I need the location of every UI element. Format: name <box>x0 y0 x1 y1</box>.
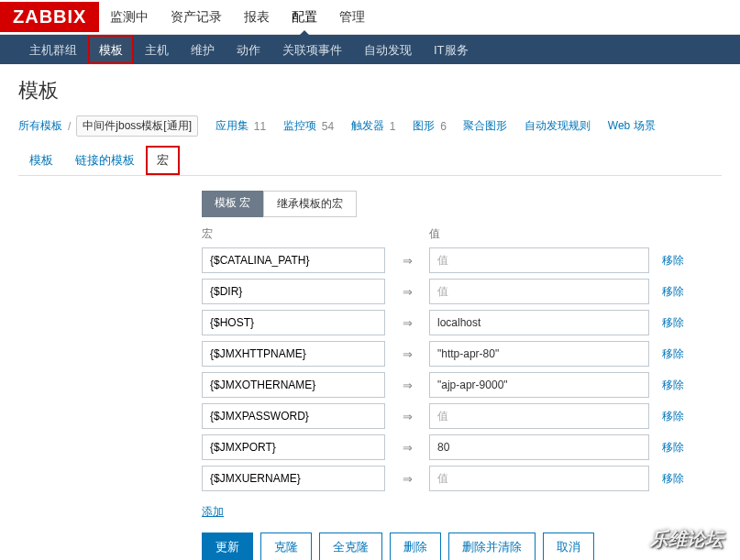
remove-link[interactable]: 移除 <box>662 346 684 362</box>
crumb-all-templates[interactable]: 所有模板 <box>18 118 62 134</box>
cancel-button[interactable]: 取消 <box>543 533 594 560</box>
arrow-icon: ⇒ <box>398 472 416 486</box>
macro-value-input[interactable] <box>429 434 649 460</box>
subnav-hosts[interactable]: 主机 <box>134 35 180 64</box>
crumb-drules[interactable]: 自动发现规则 <box>525 118 591 134</box>
macro-value-input[interactable] <box>429 279 649 304</box>
nav-reports[interactable]: 报表 <box>233 0 281 35</box>
crumb-triggers[interactable]: 触发器 <box>351 118 384 134</box>
nav-monitoring[interactable]: 监测中 <box>99 0 160 35</box>
macro-value-input[interactable] <box>429 247 649 273</box>
subnav-actions[interactable]: 动作 <box>226 35 271 64</box>
nav-inventory[interactable]: 资产记录 <box>160 0 233 35</box>
watermark: 乐维论坛 <box>650 527 723 552</box>
macro-name-input[interactable] <box>202 279 385 304</box>
macro-name-input[interactable] <box>202 372 385 398</box>
breadcrumb: 所有模板 / 中间件jboss模板[通用] 应用集11 监控项54 触发器1 图… <box>18 115 722 137</box>
macro-toggle: 模板 宏 继承模板的宏 <box>202 191 357 217</box>
clone-button[interactable]: 克隆 <box>260 533 312 560</box>
tab-macros[interactable]: 宏 <box>146 146 180 175</box>
arrow-icon: ⇒ <box>398 316 416 330</box>
macro-name-input[interactable] <box>202 466 385 491</box>
top-nav: 监测中 资产记录 报表 配置 管理 <box>99 0 376 35</box>
macro-name-input[interactable] <box>202 247 385 273</box>
page-content: 模板 所有模板 / 中间件jboss模板[通用] 应用集11 监控项54 触发器… <box>0 64 740 560</box>
nav-config[interactable]: 配置 <box>281 0 328 35</box>
subnav-maintenance[interactable]: 维护 <box>180 35 226 64</box>
update-button[interactable]: 更新 <box>202 533 253 560</box>
button-bar: 更新 克隆 全克隆 删除 删除并清除 取消 <box>202 533 722 560</box>
full-clone-button[interactable]: 全克隆 <box>319 533 382 560</box>
tabs: 模板 链接的模板 宏 <box>18 146 722 176</box>
col-macro: 宏 <box>202 226 385 242</box>
crumb-screens[interactable]: 聚合图形 <box>463 118 507 134</box>
subnav-itservices[interactable]: IT服务 <box>423 35 480 64</box>
tab-template[interactable]: 模板 <box>18 146 64 175</box>
macro-value-input[interactable] <box>429 372 649 398</box>
remove-link[interactable]: 移除 <box>662 378 684 393</box>
nav-admin[interactable]: 管理 <box>328 0 376 35</box>
subnav-templates[interactable]: 模板 <box>88 35 134 64</box>
crumb-items[interactable]: 监控项 <box>283 118 316 134</box>
remove-link[interactable]: 移除 <box>662 440 684 456</box>
sub-nav: 主机群组 模板 主机 维护 动作 关联项事件 自动发现 IT服务 <box>0 35 740 64</box>
macro-row: ⇒移除 <box>202 247 722 273</box>
remove-link[interactable]: 移除 <box>662 409 684 424</box>
subnav-hostgroups[interactable]: 主机群组 <box>18 35 88 64</box>
macro-value-input[interactable] <box>429 310 649 335</box>
arrow-icon: ⇒ <box>398 379 416 392</box>
remove-link[interactable]: 移除 <box>662 253 684 269</box>
col-spacer <box>398 226 416 242</box>
add-link[interactable]: 添加 <box>202 504 224 520</box>
page-title: 模板 <box>18 77 722 104</box>
remove-link[interactable]: 移除 <box>662 315 684 331</box>
subnav-correlation[interactable]: 关联项事件 <box>271 35 353 64</box>
macro-name-input[interactable] <box>202 434 385 460</box>
macro-row: ⇒移除 <box>202 310 722 335</box>
arrow-icon: ⇒ <box>398 347 416 361</box>
arrow-icon: ⇒ <box>398 441 416 455</box>
crumb-graphs-count: 6 <box>440 120 447 133</box>
crumb-current: 中间件jboss模板[通用] <box>76 115 198 137</box>
subnav-discovery[interactable]: 自动发现 <box>353 35 423 64</box>
logo: ZABBIX <box>0 2 99 32</box>
macro-row: ⇒移除 <box>202 466 722 491</box>
top-bar: ZABBIX 监测中 资产记录 报表 配置 管理 <box>0 0 740 35</box>
crumb-apps-count: 11 <box>254 120 266 133</box>
macros-form: 模板 宏 继承模板的宏 宏 值 ⇒移除⇒移除⇒移除⇒移除⇒移除⇒移除⇒移除⇒移除… <box>18 191 722 560</box>
crumb-graphs[interactable]: 图形 <box>413 118 435 134</box>
macro-row: ⇒移除 <box>202 403 722 429</box>
delete-button[interactable]: 删除 <box>390 533 441 560</box>
remove-link[interactable]: 移除 <box>662 284 684 300</box>
remove-link[interactable]: 移除 <box>662 471 684 487</box>
macro-name-input[interactable] <box>202 341 385 367</box>
macro-row: ⇒移除 <box>202 341 722 367</box>
arrow-icon: ⇒ <box>398 254 416 268</box>
col-value: 值 <box>429 226 440 242</box>
crumb-apps[interactable]: 应用集 <box>215 118 249 134</box>
arrow-icon: ⇒ <box>398 410 416 423</box>
arrow-icon: ⇒ <box>398 285 416 299</box>
macro-value-input[interactable] <box>429 466 649 491</box>
crumb-items-count: 54 <box>322 120 334 133</box>
macro-rows: ⇒移除⇒移除⇒移除⇒移除⇒移除⇒移除⇒移除⇒移除 <box>202 247 722 491</box>
macro-value-input[interactable] <box>429 403 649 429</box>
macro-name-input[interactable] <box>202 403 385 429</box>
crumb-triggers-count: 1 <box>390 120 396 133</box>
macro-row: ⇒移除 <box>202 279 722 304</box>
toggle-template-macros[interactable]: 模板 宏 <box>202 191 263 217</box>
macro-row: ⇒移除 <box>202 372 722 398</box>
delete-clear-button[interactable]: 删除并清除 <box>448 533 536 560</box>
macro-name-input[interactable] <box>202 310 385 335</box>
toggle-inherited-macros[interactable]: 继承模板的宏 <box>263 191 357 217</box>
macro-value-input[interactable] <box>429 341 649 367</box>
macro-row: ⇒移除 <box>202 434 722 460</box>
column-headers: 宏 值 <box>202 226 722 242</box>
crumb-web[interactable]: Web 场景 <box>608 118 656 134</box>
crumb-separator: / <box>68 120 71 133</box>
tab-linked[interactable]: 链接的模板 <box>64 146 146 175</box>
